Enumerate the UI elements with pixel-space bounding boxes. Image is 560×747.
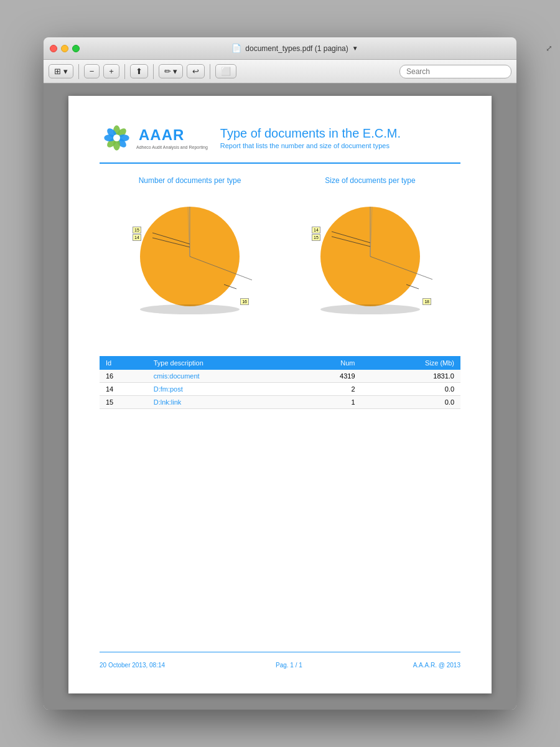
- chart2-container: Size of documents per type 14 15: [283, 176, 457, 319]
- table-header-row: Id Type description Num Size (Mb): [100, 356, 460, 370]
- chart1-label-14: 14: [133, 234, 141, 241]
- pdf-icon: 📄: [231, 44, 241, 53]
- col-header-size: Size (Mb): [362, 356, 460, 370]
- logo-area: AAAR Adheco Audit Analysis and Reporting: [100, 121, 208, 155]
- select-button[interactable]: ⬜: [215, 64, 236, 78]
- chart1-pie: 15 14 16: [128, 194, 252, 319]
- chart2-label-14: 14: [312, 227, 320, 233]
- chart1-title: Number of documents per type: [139, 176, 241, 185]
- report-subtitle: Report that lists the number and size of…: [220, 142, 401, 149]
- toolbar-separator-3: [153, 64, 154, 79]
- zoom-in-button[interactable]: +: [103, 64, 119, 78]
- pdf-viewer: AAAR Adheco Audit Analysis and Reporting…: [44, 83, 516, 710]
- logo-subtext: Adheco Audit Analysis and Reporting: [136, 145, 208, 149]
- chart2-title: Size of documents per type: [325, 176, 415, 185]
- svg-point-8: [113, 134, 120, 141]
- chart2-pie: 14 15 18: [308, 194, 432, 319]
- chart2-svg: [308, 194, 432, 319]
- cell-num: 1: [296, 396, 362, 409]
- toolbar-separator-4: [210, 64, 210, 79]
- window-title-area: 📄 document_types.pdf (1 pagina) ▼: [80, 44, 510, 53]
- traffic-lights: [50, 45, 80, 52]
- logo-text: AAAR: [139, 126, 208, 144]
- chart1-svg: [128, 194, 252, 319]
- zoom-out-button[interactable]: −: [84, 64, 100, 78]
- chart1-label-16: 16: [240, 298, 249, 305]
- table-section: Id Type description Num Size (Mb) 16 cmi…: [100, 350, 460, 409]
- footer-page: Pag. 1 / 1: [276, 662, 302, 669]
- chart2-label-18: 18: [422, 298, 431, 305]
- cell-type: D:lnk:link: [147, 396, 296, 409]
- charts-section: Number of documents per type: [100, 176, 460, 319]
- table-row: 14 D:fm:post 2 0.0: [100, 383, 460, 396]
- cell-type: D:fm:post: [147, 383, 296, 396]
- cell-id: 16: [100, 370, 147, 383]
- report-header: AAAR Adheco Audit Analysis and Reporting…: [100, 121, 460, 164]
- share-button[interactable]: ⬆: [130, 64, 148, 78]
- cell-num: 2: [296, 383, 362, 396]
- rotate-button[interactable]: ↩: [187, 64, 205, 78]
- chart1-label-15: 15: [133, 227, 141, 233]
- table-row: 16 cmis:document 4319 1831.0: [100, 370, 460, 383]
- chart1-labels: 15 14: [133, 227, 141, 241]
- cell-num: 4319: [296, 370, 362, 383]
- toolbar-separator-1: [78, 64, 79, 79]
- dropdown-arrow: ▼: [352, 45, 358, 52]
- toolbar-separator-2: [124, 64, 125, 79]
- svg-point-21: [320, 304, 420, 314]
- col-header-id: Id: [100, 356, 147, 370]
- maximize-button[interactable]: [72, 45, 80, 52]
- chart2-labels: 14 15: [312, 227, 320, 241]
- report-footer: 20 October 2013, 08:14 Pag. 1 / 1 A.A.A.…: [100, 652, 460, 669]
- window-title: document_types.pdf (1 pagina): [245, 44, 348, 53]
- data-table: Id Type description Num Size (Mb) 16 cmi…: [100, 356, 460, 409]
- report-title-area: Type of documents in the E.C.M. Report t…: [220, 126, 401, 149]
- col-header-num: Num: [296, 356, 362, 370]
- table-row: 15 D:lnk:link 1 0.0: [100, 396, 460, 409]
- cell-size: 1831.0: [362, 370, 460, 383]
- svg-point-13: [140, 304, 240, 314]
- cell-type: cmis:document: [147, 370, 296, 383]
- chart2-label-15: 15: [312, 234, 320, 241]
- col-header-type: Type description: [147, 356, 296, 370]
- footer-copyright: A.A.A.R. @ 2013: [413, 662, 460, 669]
- toolbar: ⊞ ▾ − + ⬆ ✏ ▾ ↩ ⬜: [44, 60, 516, 83]
- cell-id: 14: [100, 383, 147, 396]
- pdf-page: AAAR Adheco Audit Analysis and Reporting…: [68, 96, 492, 693]
- report-title: Type of documents in the E.C.M.: [220, 126, 401, 141]
- cell-id: 15: [100, 396, 147, 409]
- sidebar-toggle-button[interactable]: ⊞ ▾: [49, 64, 73, 78]
- app-window: 📄 document_types.pdf (1 pagina) ▼ ⤢ ⊞ ▾ …: [44, 37, 516, 710]
- logo-flower-icon: [100, 121, 134, 155]
- minimize-button[interactable]: [61, 45, 68, 52]
- search-input[interactable]: [399, 65, 511, 78]
- footer-date: 20 October 2013, 08:14: [100, 662, 165, 669]
- cell-size: 0.0: [362, 383, 460, 396]
- annotate-button[interactable]: ✏ ▾: [159, 64, 184, 78]
- cell-size: 0.0: [362, 396, 460, 409]
- chart1-container: Number of documents per type: [103, 176, 277, 319]
- title-bar: 📄 document_types.pdf (1 pagina) ▼ ⤢: [44, 37, 516, 60]
- close-button[interactable]: [50, 45, 57, 52]
